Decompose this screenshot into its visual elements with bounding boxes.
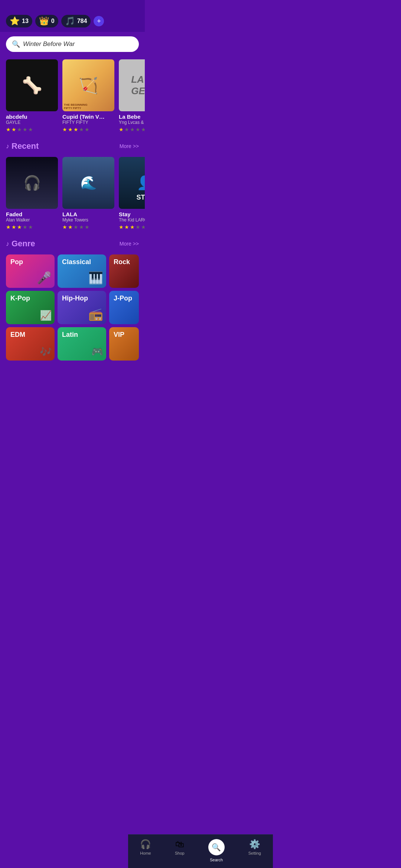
coins-badge: 🎵 784 <box>61 15 91 27</box>
genre-icon-edm: 🎶 <box>40 346 52 358</box>
genre-icon-pop: 🎤 <box>37 271 52 285</box>
genre-card-rock[interactable]: Rock <box>109 254 139 288</box>
recent-card-lala[interactable]: 🌊 LALA Myke Towers ★★★★★ <box>62 157 114 230</box>
genre-icon-hiphop: 📻 <box>88 307 103 321</box>
genre-card-latin[interactable]: Latin 🎮 <box>58 327 106 361</box>
card-art-cupid: 🏹 THE BEGINNINGFIFTY FIFTY <box>62 59 114 111</box>
music-note-genre-icon: ♪ <box>6 240 9 248</box>
genre-label-hiphop: Hip-Hop <box>62 295 88 302</box>
genre-label-rock: Rock <box>114 258 130 266</box>
card-stars-labebe: ★★★★★ <box>119 126 145 132</box>
card-title-faded: Faded <box>6 211 58 217</box>
genre-label-classical: Classical <box>62 258 91 266</box>
card-artist-lala: Myke Towers <box>62 217 114 223</box>
genre-title: ♪ Genre <box>6 239 35 249</box>
card-art-faded: 🎧 <box>6 157 58 209</box>
genre-label-latin: Latin <box>62 331 78 339</box>
trending-card-cupid[interactable]: 🏹 THE BEGINNINGFIFTY FIFTY Cupid (Twin V… <box>62 59 114 132</box>
genre-card-jpop[interactable]: J-Pop <box>109 291 139 324</box>
genre-card-edm[interactable]: EDM 🎶 <box>6 327 55 361</box>
genre-section-header: ♪ Genre More >> <box>0 233 145 251</box>
stars-badge: ⭐ 13 <box>6 15 32 27</box>
genre-card-vip[interactable]: VIP <box>109 327 139 361</box>
card-artist-labebe: Yng Lvcas & <box>119 120 145 125</box>
search-bar[interactable]: 🔍 <box>6 36 139 52</box>
music-note-icon: ♪ <box>6 142 9 150</box>
genre-icon-classical: 🎹 <box>88 271 103 285</box>
recent-card-stay[interactable]: 👤 STAY Stay The Kid LAROI, ★★★★★ <box>119 157 145 230</box>
card-artist-faded: Alan Walker <box>6 217 58 223</box>
crown-value: 0 <box>51 18 55 24</box>
card-title-cupid: Cupid (Twin V… <box>62 114 114 120</box>
card-stars-lala: ★★★★★ <box>62 224 114 230</box>
genre-label-kpop: K-Pop <box>10 295 30 302</box>
add-coins-button[interactable]: + <box>94 16 104 26</box>
card-art-abcdefu: 🦴 <box>6 59 58 111</box>
search-input[interactable] <box>23 40 133 48</box>
card-art-stay: 👤 STAY <box>119 157 145 209</box>
genre-label-pop: Pop <box>10 258 23 266</box>
genre-icon-latin: 🎮 <box>91 346 103 358</box>
card-stars-cupid: ★★★★★ <box>62 126 114 132</box>
card-stars-stay: ★★★★★ <box>119 224 145 230</box>
trending-card-labebe[interactable]: LAGEBE REMIX La Bebe Yng Lvcas & ★★★★★ <box>119 59 145 132</box>
recent-more-button[interactable]: More >> <box>120 143 139 149</box>
recent-cards-section: 🎧 Faded Alan Walker ★★★★★ 🌊 LALA Myke To… <box>0 154 145 233</box>
genre-card-classical[interactable]: Classical 🎹 <box>58 254 106 288</box>
recent-section-header: ♪ Recent More >> <box>0 135 145 154</box>
card-artist-abcdefu: GAYLE <box>6 120 58 125</box>
crown-icon: 👑 <box>39 16 49 26</box>
card-art-labebe: LAGEBE REMIX <box>119 59 145 111</box>
crown-badge: 👑 0 <box>35 15 58 27</box>
genre-more-button[interactable]: More >> <box>120 241 139 247</box>
genre-label-vip: VIP <box>114 331 124 339</box>
genre-icon-kpop: 📈 <box>40 310 52 321</box>
genre-label-edm: EDM <box>10 331 25 339</box>
stars-value: 13 <box>22 18 29 24</box>
genre-card-hiphop[interactable]: Hip-Hop 📻 <box>58 291 106 324</box>
card-stars-faded: ★★★★★ <box>6 224 58 230</box>
recent-title: ♪ Recent <box>6 141 39 151</box>
search-container: 🔍 <box>0 32 145 56</box>
star-icon: ⭐ <box>10 16 20 26</box>
main-content: 🦴 abcdefu GAYLE ★★★★★ 🏹 THE BEGINNINGFIF… <box>0 56 145 393</box>
trending-section: 🦴 abcdefu GAYLE ★★★★★ 🏹 THE BEGINNINGFIF… <box>0 56 145 135</box>
genre-card-kpop[interactable]: K-Pop 📈 <box>6 291 55 324</box>
trending-card-abcdefu[interactable]: 🦴 abcdefu GAYLE ★★★★★ <box>6 59 58 132</box>
genre-label-jpop: J-Pop <box>114 295 132 302</box>
card-title-stay: Stay <box>119 211 145 217</box>
card-title-abcdefu: abcdefu <box>6 114 58 120</box>
card-artist-stay: The Kid LAROI, <box>119 217 145 223</box>
genre-grid: Pop 🎤 Classical 🎹 Rock K-Pop 📈 Hip-Hop 📻… <box>0 251 145 364</box>
card-title-labebe: La Bebe <box>119 114 145 120</box>
card-title-lala: LALA <box>62 211 114 217</box>
search-icon: 🔍 <box>12 40 20 48</box>
card-artist-cupid: FIFTY FIFTY <box>62 120 114 125</box>
card-stars-abcdefu: ★★★★★ <box>6 126 58 132</box>
header: ⭐ 13 👑 0 🎵 784 + <box>0 0 145 32</box>
genre-card-pop[interactable]: Pop 🎤 <box>6 254 55 288</box>
card-art-lala: 🌊 <box>62 157 114 209</box>
coins-value: 784 <box>77 18 87 24</box>
recent-card-faded[interactable]: 🎧 Faded Alan Walker ★★★★★ <box>6 157 58 230</box>
coin-icon: 🎵 <box>65 16 75 26</box>
